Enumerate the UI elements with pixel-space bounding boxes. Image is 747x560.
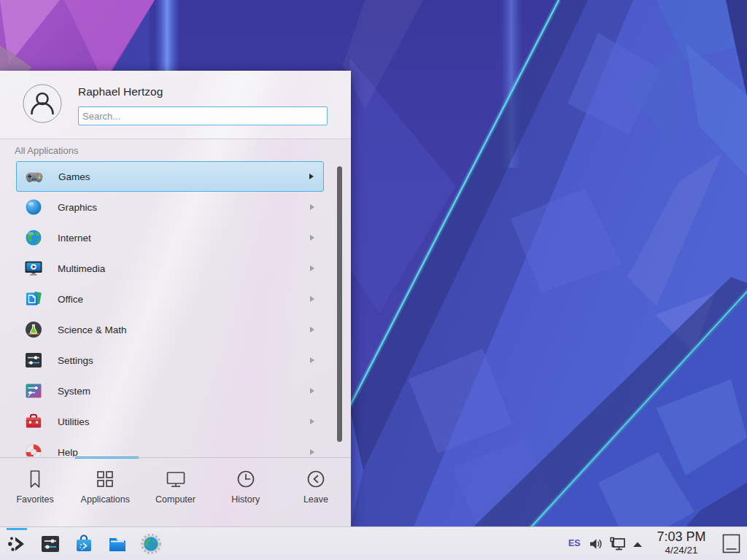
keyboard-layout-indicator[interactable]: ES — [568, 538, 581, 548]
settings-icon — [24, 351, 43, 370]
submenu-arrow-icon — [310, 449, 314, 455]
clock-time: 7:03 PM — [648, 529, 715, 545]
category-label: Internet — [58, 233, 91, 244]
launcher-header: Raphael Hertzog — [0, 71, 351, 139]
taskbar-discover-button[interactable] — [70, 527, 98, 560]
category-science-math[interactable]: Science & Math — [16, 314, 324, 345]
submenu-arrow-icon — [310, 357, 314, 363]
category-label: Science & Math — [58, 324, 127, 335]
tab-leave[interactable]: Leave — [281, 468, 351, 526]
taskbar-file-manager-button[interactable] — [104, 527, 131, 560]
submenu-arrow-icon — [310, 265, 314, 271]
category-utilities[interactable]: Utilities — [16, 406, 324, 437]
multimedia-icon — [24, 259, 43, 278]
favorites-icon — [24, 468, 46, 490]
system-icon — [24, 381, 43, 400]
category-help[interactable]: Help — [16, 437, 324, 456]
taskbar-web-browser-button[interactable] — [137, 527, 165, 560]
application-launcher-menu: Raphael Hertzog All Applications — [0, 71, 351, 526]
network-icon[interactable] — [608, 536, 627, 552]
tab-computer[interactable]: Computer — [140, 468, 210, 526]
graphics-icon — [24, 198, 43, 217]
launcher-tab-bar: Favorites Applications — [0, 457, 351, 526]
submenu-arrow-icon — [310, 327, 314, 332]
search-input[interactable] — [78, 106, 328, 125]
taskbar-system-settings-button[interactable] — [36, 527, 64, 560]
digital-clock[interactable]: 7:03 PM 4/24/21 — [648, 529, 715, 556]
clock-date: 4/24/21 — [648, 545, 715, 556]
category-label: Office — [58, 294, 83, 305]
category-label: Settings — [58, 355, 93, 366]
taskbar: ES 7:03 PM 4/24/21 — [0, 526, 747, 560]
category-label: System — [58, 386, 90, 397]
category-settings[interactable]: Settings — [16, 345, 324, 376]
category-system[interactable]: System — [16, 376, 324, 406]
submenu-arrow-icon — [309, 174, 314, 179]
taskbar-app-launcher-button[interactable] — [3, 527, 31, 560]
submenu-arrow-icon — [310, 235, 314, 241]
category-games[interactable]: Games — [16, 161, 324, 192]
user-name: Raphael Hertzog — [78, 85, 163, 98]
desktop: Raphael Hertzog All Applications — [0, 0, 747, 560]
help-icon — [24, 443, 43, 456]
user-avatar[interactable] — [23, 84, 62, 123]
tab-label: Computer — [155, 494, 196, 505]
category-label: Help — [58, 447, 78, 457]
category-graphics[interactable]: Graphics — [16, 192, 324, 222]
computer-icon — [165, 468, 187, 490]
category-label: Multimedia — [58, 263, 105, 274]
tab-label: Applications — [81, 494, 130, 505]
category-label: Games — [58, 171, 90, 182]
tab-favorites[interactable]: Favorites — [0, 468, 70, 526]
active-task-indicator — [7, 528, 27, 530]
internet-icon — [24, 228, 43, 247]
leave-icon — [305, 468, 327, 490]
category-internet[interactable]: Internet — [16, 222, 324, 253]
applications-icon — [94, 468, 116, 490]
tab-label: Favorites — [16, 494, 53, 505]
history-icon — [235, 468, 257, 490]
science-icon — [24, 320, 43, 339]
scrollbar-thumb[interactable] — [337, 166, 342, 442]
tab-history[interactable]: History — [211, 468, 281, 526]
games-icon — [25, 167, 44, 186]
category-label: Utilities — [58, 416, 90, 427]
submenu-arrow-icon — [310, 204, 314, 210]
office-icon — [24, 289, 43, 308]
section-label: All Applications — [15, 145, 78, 156]
tab-label: Leave — [303, 494, 328, 505]
submenu-arrow-icon — [310, 419, 314, 424]
utilities-icon — [24, 412, 43, 431]
category-office[interactable]: Office — [16, 284, 324, 314]
submenu-arrow-icon — [310, 388, 314, 394]
show-desktop-button[interactable] — [722, 534, 740, 553]
volume-icon[interactable] — [588, 536, 604, 552]
tab-label: History — [231, 494, 260, 505]
tray-expand-arrow-icon[interactable] — [632, 539, 643, 555]
category-list: Games Graphics — [16, 161, 324, 456]
category-label: Graphics — [58, 202, 97, 213]
category-multimedia[interactable]: Multimedia — [16, 253, 324, 284]
tab-applications[interactable]: Applications — [70, 468, 140, 526]
submenu-arrow-icon — [310, 296, 314, 302]
